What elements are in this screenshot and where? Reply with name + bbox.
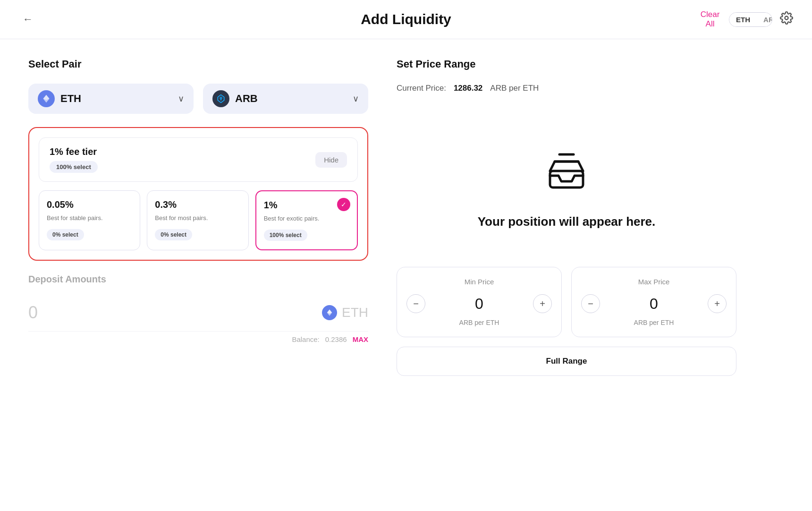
settings-button[interactable] [780, 11, 793, 27]
balance-label: Balance: [292, 335, 319, 343]
select-pair-title: Select Pair [28, 58, 368, 70]
current-price-value: 1286.32 [454, 84, 482, 93]
current-price-label: Current Price: [397, 84, 446, 93]
deposit-input-row: 0 ETH [28, 294, 368, 332]
fee-tier-badge: 100% select [50, 161, 98, 173]
clear-all-button[interactable]: Clear All [699, 10, 721, 29]
fee-option-005[interactable]: 0.05% Best for stable pairs. 0% select [39, 190, 140, 250]
fee-tier-name: 1% fee tier [50, 146, 98, 157]
fee-option-03-pct: 0.3% [155, 199, 240, 210]
token-toggle: ETH ARB [729, 12, 772, 27]
min-price-label: Min Price [406, 278, 552, 286]
page-title: Add Liquidity [361, 11, 451, 27]
fee-option-03[interactable]: 0.3% Best for most pairs. 0% select [147, 190, 248, 250]
svg-rect-5 [550, 171, 583, 187]
set-price-range-title: Set Price Range [397, 58, 736, 70]
position-placeholder: Your position will appear here. [397, 121, 736, 267]
fee-option-03-badge: 0% select [155, 229, 192, 240]
max-price-controls: − 0 + [581, 294, 727, 313]
max-price-label: Max Price [581, 278, 727, 286]
inbox-icon [545, 150, 588, 201]
fee-option-03-desc: Best for most pairs. [155, 214, 240, 222]
position-text: Your position will appear here. [478, 214, 656, 229]
fee-option-1-badge: 100% select [264, 230, 307, 241]
fee-option-005-pct: 0.05% [47, 199, 132, 210]
left-panel: Select Pair ETH ∨ [28, 58, 368, 376]
header-center: Add Liquidity [113, 11, 699, 27]
header: ← Add Liquidity Clear All ETH ARB [0, 0, 812, 39]
svg-point-0 [785, 17, 788, 20]
deposit-eth-icon [322, 305, 337, 320]
selected-fee-card: 1% fee tier 100% select Hide [39, 137, 358, 182]
max-price-plus-button[interactable]: + [708, 294, 727, 313]
token2-name: ARB [235, 93, 258, 105]
deposit-title: Deposit Amounts [28, 274, 368, 285]
token2-selector[interactable]: ARB ∨ [203, 84, 368, 114]
fee-option-1[interactable]: ✓ 1% Best for exotic pairs. 100% select [255, 190, 358, 250]
eth-icon [38, 90, 55, 107]
balance-row: Balance: 0.2386 MAX [28, 335, 368, 343]
min-price-minus-button[interactable]: − [406, 294, 425, 313]
header-right: Clear All ETH ARB [699, 10, 793, 29]
max-price-minus-button[interactable]: − [581, 294, 600, 313]
back-button[interactable]: ← [19, 9, 37, 29]
fee-tier-section: 1% fee tier 100% select Hide 0.05% Best … [28, 127, 368, 261]
min-price-card: Min Price − 0 + ARB per ETH [397, 267, 562, 337]
max-price-value: 0 [650, 295, 658, 313]
current-price-row: Current Price: 1286.32 ARB per ETH [397, 84, 736, 93]
max-price-unit: ARB per ETH [581, 319, 727, 326]
min-price-unit: ARB per ETH [406, 319, 552, 326]
token-selectors: ETH ∨ ARB ∨ [28, 84, 368, 114]
token1-name: ETH [60, 93, 81, 105]
deposit-token-info: ETH [322, 305, 368, 320]
balance-value: 0.2386 [325, 335, 347, 343]
hide-button[interactable]: Hide [315, 152, 347, 168]
max-price-card: Max Price − 0 + ARB per ETH [571, 267, 736, 337]
gear-icon [780, 11, 793, 25]
min-price-value: 0 [475, 295, 483, 313]
full-range-button[interactable]: Full Range [397, 347, 736, 376]
arb-icon [212, 90, 229, 107]
token1-chevron-icon: ∨ [178, 94, 184, 104]
deposit-section: Deposit Amounts 0 ETH Balance: 0.2386 MA… [28, 274, 368, 343]
fee-option-005-desc: Best for stable pairs. [47, 214, 132, 222]
header-left: ← [19, 9, 113, 29]
min-price-plus-button[interactable]: + [533, 294, 552, 313]
deposit-amount: 0 [28, 303, 38, 323]
fee-tier-options: 0.05% Best for stable pairs. 0% select 0… [39, 190, 358, 250]
fee-tier-info: 1% fee tier 100% select [50, 146, 98, 173]
fee-option-1-desc: Best for exotic pairs. [264, 214, 349, 223]
deposit-token-name: ETH [342, 305, 368, 320]
min-price-controls: − 0 + [406, 294, 552, 313]
right-panel: Set Price Range Current Price: 1286.32 A… [397, 58, 736, 376]
current-price-unit: ARB per ETH [490, 84, 539, 93]
token-toggle-eth[interactable]: ETH [729, 13, 757, 26]
fee-option-005-badge: 0% select [47, 229, 84, 240]
main-content: Select Pair ETH ∨ [0, 39, 812, 395]
token-toggle-arb[interactable]: ARB [757, 13, 772, 26]
price-range-row: Min Price − 0 + ARB per ETH Max Price − … [397, 267, 736, 337]
check-icon: ✓ [337, 198, 350, 211]
max-button[interactable]: MAX [353, 335, 368, 343]
fee-option-1-pct: 1% [264, 200, 349, 211]
token1-selector[interactable]: ETH ∨ [28, 84, 194, 114]
token2-chevron-icon: ∨ [353, 94, 359, 104]
